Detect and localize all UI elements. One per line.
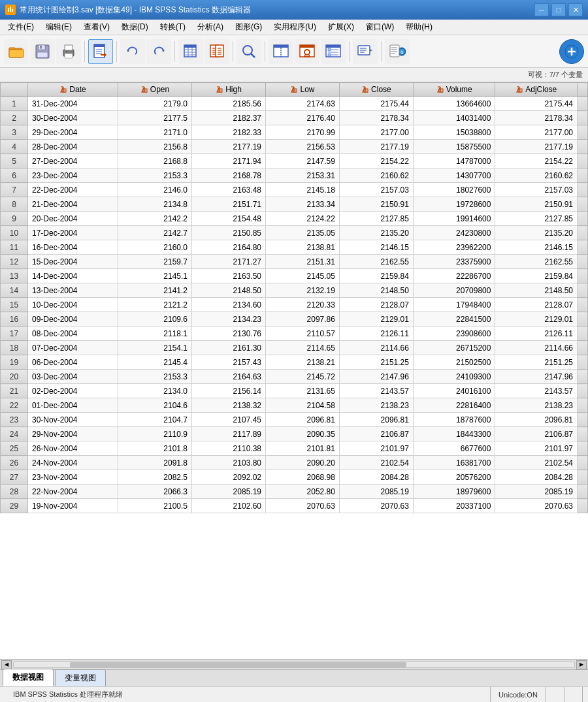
weight-cases-button[interactable] <box>295 39 319 64</box>
cell-date[interactable]: 27-Dec-2004 <box>28 154 118 168</box>
split-file-button[interactable] <box>269 39 293 64</box>
cell-volume[interactable]: 18027600 <box>413 183 495 197</box>
cell-high[interactable]: 2130.76 <box>192 327 266 341</box>
cell-high[interactable]: 2148.50 <box>192 283 266 298</box>
cell-high[interactable]: 2163.50 <box>192 269 266 283</box>
cell-adjclose[interactable]: 2162.55 <box>495 255 578 269</box>
table-row[interactable]: 8 21-Dec-2004 2134.8 2151.71 2133.34 215… <box>1 197 588 212</box>
table-row[interactable]: 17 08-Dec-2004 2118.1 2130.76 2110.57 21… <box>1 327 588 341</box>
cell-high[interactable]: 2154.48 <box>192 212 266 226</box>
table-row[interactable]: 21 02-Dec-2004 2134.0 2156.14 2131.65 21… <box>1 384 588 398</box>
table-row[interactable]: 10 17-Dec-2004 2142.7 2150.85 2135.05 21… <box>1 226 588 240</box>
value-labels-button[interactable] <box>353 39 378 64</box>
cell-volume[interactable]: 13664600 <box>413 97 495 111</box>
cell-close[interactable]: 2150.91 <box>339 197 413 212</box>
cell-open[interactable]: 2082.5 <box>118 470 192 485</box>
table-row[interactable]: 16 09-Dec-2004 2109.6 2134.23 2097.86 21… <box>1 312 588 327</box>
cell-date[interactable]: 07-Dec-2004 <box>28 341 118 355</box>
cell-close[interactable]: 2138.23 <box>339 398 413 413</box>
menu-extensions[interactable]: 扩展(X) <box>323 20 359 34</box>
table-row[interactable]: 14 13-Dec-2004 2141.2 2148.50 2132.19 21… <box>1 283 588 298</box>
cell-low[interactable]: 2120.33 <box>266 298 340 312</box>
cell-low[interactable]: 2153.31 <box>266 168 340 183</box>
cell-date[interactable]: 06-Dec-2004 <box>28 355 118 370</box>
cell-low[interactable]: 2090.35 <box>266 427 340 441</box>
minimize-button[interactable]: ─ <box>534 3 549 16</box>
undo-button[interactable] <box>120 39 145 64</box>
cell-date[interactable]: 21-Dec-2004 <box>28 197 118 212</box>
cell-open[interactable]: 2110.9 <box>118 427 192 441</box>
cell-high[interactable]: 2163.48 <box>192 183 266 197</box>
cell-high[interactable]: 2102.60 <box>192 499 266 513</box>
cell-low[interactable]: 2096.81 <box>266 413 340 427</box>
menu-utilities[interactable]: 实用程序(U) <box>269 20 321 34</box>
cell-low[interactable]: 2110.57 <box>266 327 340 341</box>
cell-low[interactable]: 2151.31 <box>266 255 340 269</box>
cell-close[interactable]: 2148.50 <box>339 283 413 298</box>
cell-date[interactable]: 26-Nov-2004 <box>28 441 118 456</box>
cell-adjclose[interactable]: 2157.03 <box>495 183 578 197</box>
cell-close[interactable]: 2135.20 <box>339 226 413 240</box>
cell-open[interactable]: 2142.2 <box>118 212 192 226</box>
cell-adjclose[interactable]: 2135.20 <box>495 226 578 240</box>
cell-adjclose[interactable]: 2146.15 <box>495 240 578 255</box>
cell-high[interactable]: 2168.78 <box>192 168 266 183</box>
cell-close[interactable]: 2143.57 <box>339 384 413 398</box>
cell-date[interactable]: 29-Nov-2004 <box>28 427 118 441</box>
table-row[interactable]: 12 15-Dec-2004 2159.7 2171.27 2151.31 21… <box>1 255 588 269</box>
cell-low[interactable]: 2052.80 <box>266 485 340 499</box>
cell-date[interactable]: 15-Dec-2004 <box>28 255 118 269</box>
table-row[interactable]: 23 30-Nov-2004 2104.7 2107.45 2096.81 20… <box>1 413 588 427</box>
table-row[interactable]: 27 23-Nov-2004 2082.5 2092.02 2068.98 20… <box>1 470 588 485</box>
cell-low[interactable]: 2138.81 <box>266 240 340 255</box>
cell-high[interactable]: 2107.45 <box>192 413 266 427</box>
cell-adjclose[interactable]: 2129.01 <box>495 312 578 327</box>
table-row[interactable]: 18 07-Dec-2004 2154.1 2161.30 2114.65 21… <box>1 341 588 355</box>
cell-open[interactable]: 2100.5 <box>118 499 192 513</box>
cell-volume[interactable]: 21502500 <box>413 355 495 370</box>
cell-high[interactable]: 2151.71 <box>192 197 266 212</box>
cell-low[interactable]: 2145.05 <box>266 269 340 283</box>
cell-low[interactable]: 2135.05 <box>266 226 340 240</box>
redo-button[interactable] <box>146 39 171 64</box>
cell-volume[interactable]: 18787600 <box>413 413 495 427</box>
table-row[interactable]: 6 23-Dec-2004 2153.3 2168.78 2153.31 216… <box>1 168 588 183</box>
cell-adjclose[interactable]: 2126.11 <box>495 327 578 341</box>
cell-adjclose[interactable]: 2159.84 <box>495 269 578 283</box>
cell-adjclose[interactable]: 2085.19 <box>495 485 578 499</box>
table-row[interactable]: 22 01-Dec-2004 2104.6 2138.32 2104.58 21… <box>1 398 588 413</box>
scroll-right-button[interactable]: ▶ <box>576 660 587 669</box>
cell-low[interactable]: 2132.19 <box>266 283 340 298</box>
cell-adjclose[interactable]: 2128.07 <box>495 298 578 312</box>
cell-date[interactable]: 31-Dec-2004 <box>28 97 118 111</box>
cell-low[interactable]: 2145.72 <box>266 370 340 384</box>
cell-high[interactable]: 2103.80 <box>192 456 266 470</box>
cell-open[interactable]: 2177.5 <box>118 111 192 125</box>
cell-adjclose[interactable]: 2114.66 <box>495 341 578 355</box>
find-button[interactable] <box>237 39 261 64</box>
cell-volume[interactable]: 14307700 <box>413 168 495 183</box>
table-row[interactable]: 4 28-Dec-2004 2156.8 2177.19 2156.53 217… <box>1 140 588 154</box>
cell-high[interactable]: 2157.43 <box>192 355 266 370</box>
cell-open[interactable]: 2156.8 <box>118 140 192 154</box>
select-cases-button[interactable] <box>321 39 346 64</box>
cell-close[interactable]: 2147.96 <box>339 370 413 384</box>
cell-volume[interactable]: 19914600 <box>413 212 495 226</box>
maximize-button[interactable]: □ <box>551 3 566 16</box>
cell-open[interactable]: 2168.8 <box>118 154 192 168</box>
cell-high[interactable]: 2156.14 <box>192 384 266 398</box>
cell-open[interactable]: 2121.2 <box>118 298 192 312</box>
col-header-date[interactable]: Date <box>28 83 118 97</box>
cell-open[interactable]: 2159.7 <box>118 255 192 269</box>
cell-open[interactable]: 2154.1 <box>118 341 192 355</box>
cell-low[interactable]: 2156.53 <box>266 140 340 154</box>
cell-close[interactable]: 2085.19 <box>339 485 413 499</box>
cell-low[interactable]: 2101.81 <box>266 441 340 456</box>
cell-close[interactable]: 2127.85 <box>339 212 413 226</box>
close-button[interactable]: ✕ <box>568 3 583 16</box>
cell-close[interactable]: 2146.15 <box>339 240 413 255</box>
cell-date[interactable]: 03-Dec-2004 <box>28 370 118 384</box>
cell-high[interactable]: 2134.60 <box>192 298 266 312</box>
cell-date[interactable]: 29-Dec-2004 <box>28 125 118 140</box>
cell-high[interactable]: 2182.37 <box>192 111 266 125</box>
